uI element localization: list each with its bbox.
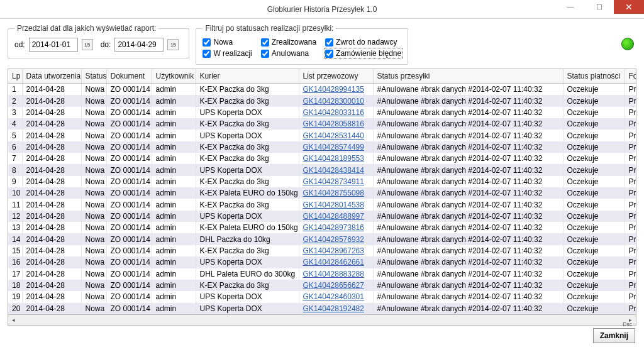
table-row[interactable]: 12014-04-28NowaZO 0001/14adminK-EX Paczk… xyxy=(8,84,636,96)
cell-status: Nowa xyxy=(81,95,106,106)
table-row[interactable]: 32014-04-28NowaZO 0001/14adminUPS Kopert… xyxy=(8,107,636,118)
waybill-link[interactable]: GK140428460301 xyxy=(303,292,364,301)
filter-w-realizacji[interactable]: W realizacji xyxy=(203,49,252,58)
table-row[interactable]: 42014-04-28NowaZO 0001/14adminK-EX Paczk… xyxy=(8,118,636,129)
waybill-link[interactable]: GK140428033116 xyxy=(303,108,364,117)
waybill-link[interactable]: GK140428462661 xyxy=(303,258,364,267)
cell-kurier: UPS Koperta DOX xyxy=(196,303,299,314)
cell-status: Nowa xyxy=(81,141,106,153)
table-row[interactable]: 112014-04-28NowaZO 0001/14adminK-EX Pacz… xyxy=(8,199,636,210)
table-row[interactable]: 122014-04-28NowaZO 0001/14adminUPS Koper… xyxy=(8,211,636,222)
th-data[interactable]: Data utworzenia xyxy=(22,69,81,84)
waybill-link[interactable]: GK140428058816 xyxy=(303,119,364,128)
hscroll-thumb[interactable] xyxy=(20,316,624,324)
table-row[interactable]: 192014-04-28NowaZO 0001/14adminUPS Koper… xyxy=(8,291,636,302)
cell-status: Nowa xyxy=(81,233,106,245)
calendar-from-icon[interactable] xyxy=(82,39,93,50)
cell-dokument: ZO 0001/14 xyxy=(106,176,152,187)
th-kurier[interactable]: Kurier xyxy=(196,69,299,84)
filter-zrealizowana[interactable]: Zrealizowana xyxy=(261,38,316,47)
table-row[interactable]: 182014-04-28NowaZO 0001/14adminK-EX Pacz… xyxy=(8,280,636,291)
cell-dokument: ZO 0001/14 xyxy=(106,233,152,245)
table-row[interactable]: 132014-04-28NowaZO 0001/14adminK-EX Pale… xyxy=(8,222,636,233)
cell-status-przesylki: #Anulowane #brak danych #2014-02-07 11:4… xyxy=(373,141,563,153)
filter-zwrot[interactable]: Zwrot do nadawcy xyxy=(325,38,401,47)
horizontal-scrollbar[interactable]: ◂ ▸ xyxy=(8,315,636,326)
waybill-link[interactable]: GK140428192482 xyxy=(303,304,364,313)
table-row[interactable]: 142014-04-28NowaZO 0001/14adminDHL Paczk… xyxy=(8,233,636,245)
waybill-link[interactable]: GK140428576932 xyxy=(303,235,364,244)
cell-status-platnosci: Oczekuje xyxy=(563,84,625,96)
th-dokument[interactable]: Dokument xyxy=(106,69,152,84)
cell-lp: 10 xyxy=(8,187,22,199)
cell-forma-platnosci: Przelew banko xyxy=(625,176,636,187)
date-range-fieldset: Przedział dat dla jakich wyświetlać rapo… xyxy=(8,24,189,58)
waybill-link[interactable]: GK140428967263 xyxy=(303,246,364,255)
th-status-przesylki[interactable]: Status przesyłki xyxy=(373,69,563,84)
cell-list: GK140428967263 xyxy=(299,245,373,256)
table-row[interactable]: 162014-04-28NowaZO 0001/14adminUPS Koper… xyxy=(8,256,636,268)
cell-data: 2014-04-28 xyxy=(22,256,81,268)
minimize-button[interactable]: — xyxy=(556,0,585,14)
calendar-to-icon[interactable] xyxy=(167,39,179,50)
filter-anulowana[interactable]: Anulowana xyxy=(261,49,316,58)
waybill-link[interactable]: GK140428994135 xyxy=(303,85,364,94)
zamknij-button[interactable]: Esc Zamknij xyxy=(593,328,635,343)
table-row[interactable]: 72014-04-28NowaZO 0001/14adminK-EX Paczk… xyxy=(8,153,636,164)
th-status-platnosci[interactable]: Status płatności xyxy=(563,69,625,84)
cell-list: GK140428883288 xyxy=(299,268,373,280)
waybill-link[interactable]: GK140428488997 xyxy=(303,212,364,221)
filter-zrealizowana-checkbox[interactable] xyxy=(261,38,269,47)
filter-bledne[interactable]: Zamówienie błędne xyxy=(325,49,401,58)
titlebar: Globkurier Historia Przesyłek 1.0 — ☐ ✕ xyxy=(0,0,644,19)
table-row[interactable]: 82014-04-28NowaZO 0001/14adminUPS Kopert… xyxy=(8,164,636,175)
table-row[interactable]: 152014-04-28NowaZO 0001/14adminK-EX Pacz… xyxy=(8,245,636,256)
table-row[interactable]: 102014-04-28NowaZO 0001/14adminK-EX Pale… xyxy=(8,187,636,199)
table-row[interactable]: 202014-04-28NowaZO 0001/14adminUPS Koper… xyxy=(8,303,636,314)
waybill-link[interactable]: GK140428300010 xyxy=(303,97,364,106)
cell-dokument: ZO 0001/14 xyxy=(106,84,152,96)
waybill-link[interactable]: GK140428656627 xyxy=(303,281,364,290)
cell-status-przesylki: #Anulowane #brak danych #2014-02-07 11:4… xyxy=(373,233,563,245)
waybill-link[interactable]: GK140428755098 xyxy=(303,189,364,197)
waybill-link[interactable]: GK140428014538 xyxy=(303,201,364,209)
cell-status-platnosci: Oczekuje xyxy=(563,187,625,199)
cell-list: GK140428734911 xyxy=(299,176,373,187)
close-window-button[interactable]: ✕ xyxy=(614,0,644,14)
table-row[interactable]: 172014-04-28NowaZO 0001/14adminDHL Palet… xyxy=(8,268,636,280)
filter-w-realizacji-checkbox[interactable] xyxy=(203,50,211,58)
cell-forma-platnosci: Przelew banko xyxy=(625,95,636,106)
th-lp[interactable]: Lp xyxy=(8,69,22,84)
cell-kurier: K-EX Paczka do 3kg xyxy=(196,153,299,164)
cell-dokument: ZO 0001/14 xyxy=(106,187,152,199)
waybill-link[interactable]: GK140428973816 xyxy=(303,223,364,232)
filter-nowa-checkbox[interactable] xyxy=(203,38,211,47)
table-row[interactable]: 52014-04-28NowaZO 0001/14adminUPS Kopert… xyxy=(8,129,636,141)
filter-zwrot-checkbox[interactable] xyxy=(325,38,333,47)
th-list[interactable]: List przewozowy xyxy=(299,69,373,84)
from-date-input[interactable] xyxy=(29,38,78,52)
maximize-button[interactable]: ☐ xyxy=(585,0,614,14)
table-row[interactable]: 92014-04-28NowaZO 0001/14adminK-EX Paczk… xyxy=(8,176,636,187)
table-body: 12014-04-28NowaZO 0001/14adminK-EX Paczk… xyxy=(8,84,636,315)
waybill-link[interactable]: GK140428438414 xyxy=(303,166,364,175)
filter-anulowana-checkbox[interactable] xyxy=(261,50,269,58)
waybill-link[interactable]: GK140428189553 xyxy=(303,154,364,163)
waybill-link[interactable]: GK140428883288 xyxy=(303,270,364,278)
cell-list: GK140428656627 xyxy=(299,280,373,291)
waybill-link[interactable]: GK140428531440 xyxy=(303,131,364,140)
th-forma-platnosci[interactable]: Forma płatnoś xyxy=(625,69,636,84)
th-status[interactable]: Status xyxy=(81,69,106,84)
filter-nowa[interactable]: Nowa xyxy=(203,38,252,47)
to-date-input[interactable] xyxy=(114,38,164,52)
waybill-link[interactable]: GK140428574499 xyxy=(303,143,364,151)
cell-status: Nowa xyxy=(81,280,106,291)
filter-bledne-checkbox[interactable] xyxy=(325,50,333,58)
waybill-link[interactable]: GK140428734911 xyxy=(303,177,364,186)
cell-kurier: K-EX Paczka do 3kg xyxy=(196,84,299,96)
scroll-left-icon[interactable]: ◂ xyxy=(8,315,19,325)
table-row[interactable]: 22014-04-28NowaZO 0001/14adminK-EX Paczk… xyxy=(8,95,636,106)
cell-list: GK140428755098 xyxy=(299,187,373,199)
th-uzytkownik[interactable]: Użytkownik xyxy=(152,69,196,84)
table-row[interactable]: 62014-04-28NowaZO 0001/14adminK-EX Paczk… xyxy=(8,141,636,153)
